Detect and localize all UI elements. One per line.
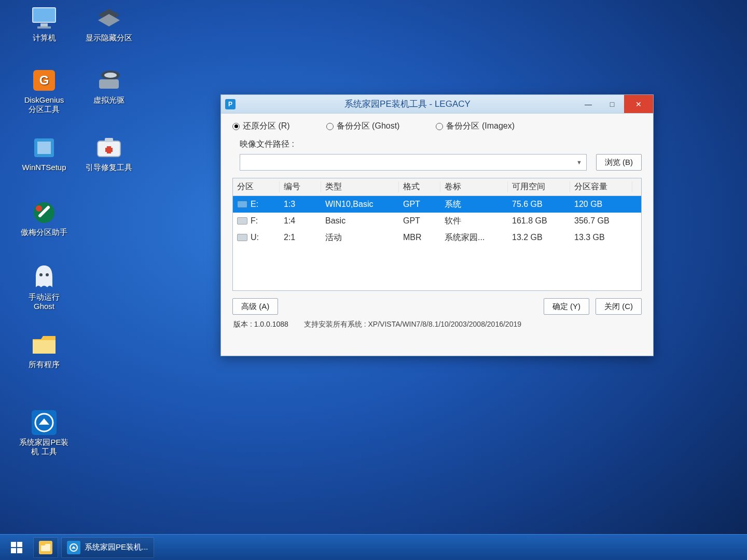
svg-rect-24: [17, 542, 22, 547]
radio-dot-icon: [232, 123, 240, 130]
path-label: 映像文件路径 :: [240, 139, 294, 150]
svg-point-17: [36, 205, 42, 212]
disk-icon: [237, 234, 247, 241]
desktop-icon-all-programs[interactable]: 所有程序: [16, 332, 73, 369]
icon-label: 手动运行 Ghost: [16, 292, 73, 311]
radio-restore[interactable]: 还原分区 (R): [232, 121, 290, 132]
svg-point-19: [46, 273, 49, 276]
svg-rect-25: [11, 548, 16, 553]
ok-button[interactable]: 确定 (Y): [544, 298, 589, 315]
setup-icon: [29, 135, 59, 161]
radio-label: 备份分区 (Ghost): [337, 121, 400, 132]
icon-label: 引导修复工具: [80, 163, 137, 172]
desktop-icon-virtual-cd[interactable]: 虚拟光驱: [80, 67, 137, 105]
desktop-icon-show-hidden[interactable]: 显示隐藏分区: [80, 5, 137, 43]
aomei-icon: [29, 200, 59, 226]
partition-table: 分区 编号 类型 格式 卷标 可用空间 分区容量 E:1:3WIN10,Basi…: [232, 178, 642, 291]
col-capacity[interactable]: 分区容量: [570, 181, 632, 192]
icon-label: DiskGenius 分区工具: [16, 95, 73, 114]
minimize-button[interactable]: —: [576, 95, 600, 113]
svg-rect-20: [33, 340, 56, 354]
svg-rect-13: [105, 138, 113, 142]
icon-label: 显示隐藏分区: [80, 33, 137, 43]
desktop-icon-boot-repair[interactable]: 引导修复工具: [80, 135, 137, 172]
table-header: 分区 编号 类型 格式 卷标 可用空间 分区容量: [233, 178, 641, 196]
radio-dot-icon: [436, 123, 443, 130]
maximize-button[interactable]: □: [600, 95, 624, 113]
radio-backup-ghost[interactable]: 备份分区 (Ghost): [326, 121, 400, 132]
monitor-icon: [29, 5, 59, 31]
icon-label: WinNTSetup: [16, 163, 73, 172]
folder-icon: [29, 332, 59, 358]
taskbar-app-pe-tool[interactable]: 系统家园PE装机...: [61, 537, 154, 558]
desktop-icon-ghost[interactable]: 手动运行 Ghost: [16, 264, 73, 311]
disk-icon: [237, 201, 247, 208]
advanced-button[interactable]: 高级 (A): [232, 298, 278, 315]
table-row[interactable]: U:2:1活动MBR系统家园...13.2 GB13.3 GB: [233, 229, 641, 246]
app-icon: P: [225, 99, 236, 109]
icon-label: 虚拟光驱: [80, 95, 137, 105]
browse-button[interactable]: 浏览 (B): [596, 154, 642, 171]
taskbar-explorer[interactable]: [33, 537, 58, 558]
svg-rect-1: [40, 23, 48, 26]
image-path-combo[interactable]: ▼: [240, 154, 587, 171]
svg-rect-11: [37, 142, 51, 154]
window-title: 系统家园PE装机工具 - LEGACY: [239, 98, 576, 110]
svg-rect-2: [37, 26, 51, 29]
radio-label: 还原分区 (R): [243, 121, 290, 132]
desktop-icon-winntsetup[interactable]: WinNTSetup: [16, 135, 73, 172]
windows-icon: [11, 542, 22, 553]
desktop-icon-computer[interactable]: 计算机: [16, 5, 73, 43]
start-button[interactable]: [3, 537, 30, 558]
desktop-icon-pe-tool[interactable]: 系统家园PE装 机 工具: [16, 410, 73, 456]
taskbar: 系统家园PE装机...: [0, 534, 747, 560]
folder-icon: [39, 541, 52, 554]
radio-label: 备份分区 (Imagex): [446, 121, 515, 132]
col-partition[interactable]: 分区: [233, 181, 280, 192]
chevron-down-icon[interactable]: ▼: [576, 159, 582, 165]
icon-label: 所有程序: [16, 360, 73, 369]
radio-dot-icon: [326, 123, 334, 130]
col-type[interactable]: 类型: [321, 181, 399, 192]
pe-tool-icon: [29, 410, 59, 436]
svg-rect-9: [99, 79, 119, 89]
supported-systems: 支持安装所有系统 : XP/VISTA/WIN7/8/8.1/10/2003/2…: [304, 320, 521, 329]
titlebar[interactable]: P 系统家园PE装机工具 - LEGACY — □ ✕: [221, 95, 653, 114]
desktop-icon-aomei[interactable]: 傲梅分区助手: [16, 200, 73, 237]
desktop-icon-diskgenius[interactable]: G DiskGenius 分区工具: [16, 67, 73, 114]
cd-drive-icon: [94, 67, 124, 93]
firstaid-icon: [94, 135, 124, 161]
pe-tool-icon: [67, 541, 80, 554]
icon-label: 系统家园PE装 机 工具: [16, 438, 73, 456]
svg-rect-0: [33, 8, 56, 22]
partition-icon: [94, 5, 124, 31]
svg-text:G: G: [39, 73, 49, 87]
svg-rect-26: [17, 548, 22, 553]
icon-label: 傲梅分区助手: [16, 228, 73, 237]
svg-point-8: [104, 73, 117, 78]
diskgenius-icon: G: [29, 67, 59, 93]
col-free[interactable]: 可用空间: [508, 181, 570, 192]
taskbar-app-label: 系统家园PE装机...: [85, 542, 148, 552]
col-format[interactable]: 格式: [399, 181, 440, 192]
svg-point-18: [39, 273, 43, 276]
close-button[interactable]: ✕: [624, 95, 653, 113]
col-volume[interactable]: 卷标: [440, 181, 508, 192]
table-row[interactable]: E:1:3WIN10,BasicGPT系统75.6 GB120 GB: [233, 196, 641, 213]
table-row[interactable]: F:1:4BasicGPT软件161.8 GB356.7 GB: [233, 213, 641, 229]
installer-dialog: P 系统家园PE装机工具 - LEGACY — □ ✕ 还原分区 (R) 备份分…: [220, 94, 654, 356]
col-number[interactable]: 编号: [280, 181, 321, 192]
svg-rect-15: [105, 148, 113, 152]
version-label: 版本 : 1.0.0.1088: [233, 320, 288, 329]
ghost-icon: [29, 264, 59, 290]
radio-backup-imagex[interactable]: 备份分区 (Imagex): [436, 121, 515, 132]
icon-label: 计算机: [16, 33, 73, 43]
close-dialog-button[interactable]: 关闭 (C): [596, 298, 642, 315]
disk-icon: [237, 217, 247, 225]
svg-rect-23: [11, 542, 16, 547]
